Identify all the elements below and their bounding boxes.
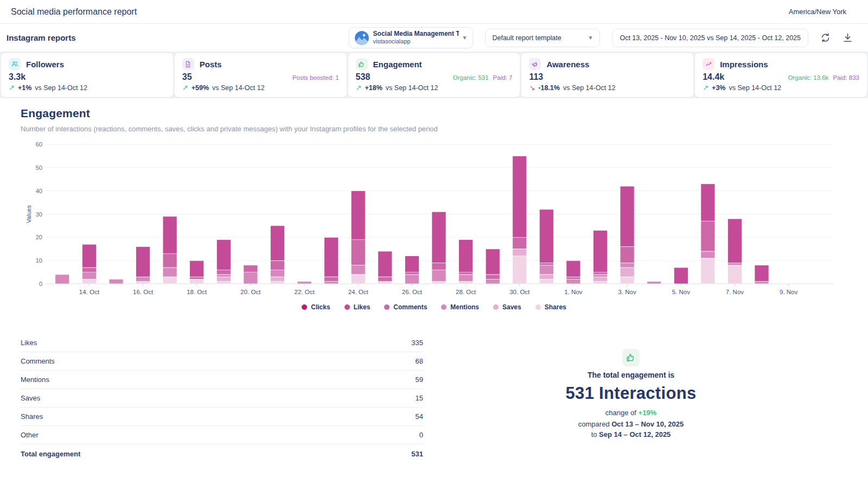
report-toolbar: Instagram reports Social Media Managemen…: [0, 24, 868, 52]
followers-icon: [9, 58, 21, 70]
legend-item-mentions[interactable]: Mentions: [441, 303, 479, 311]
kpi-label: Posts: [200, 60, 222, 69]
svg-text:50: 50: [36, 164, 42, 171]
legend-item-saves[interactable]: Saves: [493, 303, 521, 311]
row-label: Comments: [21, 357, 55, 365]
legend-dot: [441, 304, 446, 310]
svg-text:18. Oct: 18. Oct: [187, 289, 207, 295]
kpi-cards-row: Followers 3.3k ↗ +1% vs Sep 14-Oct 12 Po…: [0, 52, 868, 98]
profile-handle: vistasocialapp: [373, 38, 459, 45]
kpi-value: 14.4k: [703, 72, 724, 82]
kpi-compare: vs Sep 14-Oct 12: [35, 84, 87, 92]
svg-text:10: 10: [36, 257, 42, 264]
kpi-compare: vs Sep 14-Oct 12: [563, 84, 616, 92]
svg-text:0: 0: [39, 281, 42, 287]
legend-label: Shares: [545, 303, 566, 311]
row-value: 68: [416, 357, 423, 365]
legend-item-clicks[interactable]: Clicks: [302, 303, 330, 311]
legend-item-comments[interactable]: Comments: [384, 303, 427, 311]
legend-label: Saves: [502, 303, 521, 311]
kpi-card-impressions: Impressions 14.4k Organic: 13.6k Paid: 8…: [695, 53, 867, 97]
summary-change: change of +19%: [605, 409, 656, 417]
engagement-subtitle: Number of interactions (reactions, comme…: [21, 125, 868, 133]
kpi-card-followers: Followers 3.3k ↗ +1% vs Sep 14-Oct 12: [1, 53, 173, 97]
row-value: 0: [419, 431, 423, 439]
svg-text:20. Oct: 20. Oct: [240, 289, 261, 295]
kpi-change: +18%: [365, 84, 382, 92]
legend-label: Likes: [354, 303, 371, 311]
svg-text:16. Oct: 16. Oct: [133, 289, 154, 295]
legend-dot: [493, 304, 499, 310]
summary-headline: 531 Interactions: [566, 384, 697, 403]
svg-text:22. Oct: 22. Oct: [295, 289, 315, 295]
refresh-button[interactable]: [820, 33, 831, 43]
svg-text:9. Nov: 9. Nov: [780, 289, 797, 295]
trend-up-icon: ↗: [356, 84, 362, 92]
section-title: Instagram reports: [7, 33, 76, 42]
kpi-card-engagement: Engagement 538 Organic: 531 Paid: 7 ↗ +1…: [348, 53, 520, 97]
legend-label: Clicks: [311, 303, 330, 311]
svg-text:28. Oct: 28. Oct: [456, 289, 476, 295]
svg-text:Values: Values: [25, 205, 32, 223]
engagement-section: Engagement Number of interactions (react…: [0, 98, 868, 463]
kpi-label: Impressions: [720, 60, 768, 69]
refresh-icon: [820, 33, 831, 43]
svg-text:30: 30: [36, 211, 42, 218]
organic-badge: Organic: 531: [453, 74, 489, 81]
trend-line-icon: [703, 58, 714, 70]
profile-name: Social Media Management Tool: [373, 30, 459, 38]
svg-text:24. Oct: 24. Oct: [348, 289, 369, 295]
kpi-compare: vs Sep 14-Oct 12: [729, 84, 781, 92]
row-value: 59: [416, 376, 423, 384]
legend-label: Mentions: [450, 303, 479, 311]
trend-up-icon: ↗: [9, 84, 15, 92]
profile-selector[interactable]: Social Media Management Tool vistasocial…: [349, 27, 474, 48]
summary-compare: compared Oct 13 – Nov 10, 2025 to Sep 14…: [578, 419, 684, 440]
download-button[interactable]: [843, 33, 853, 43]
date-range-picker[interactable]: Oct 13, 2025 - Nov 10, 2025 vs Sep 14, 2…: [612, 29, 808, 47]
table-row: Shares 54: [21, 408, 423, 426]
paid-badge: Paid: 833: [833, 74, 859, 81]
report-template-select[interactable]: Default report template ▼: [485, 29, 600, 47]
svg-text:26. Oct: 26. Oct: [402, 289, 423, 295]
organic-badge: Organic: 13.6k: [788, 74, 829, 81]
engagement-title: Engagement: [21, 107, 868, 120]
row-value: 15: [416, 394, 423, 402]
table-row: Mentions 59: [21, 371, 423, 389]
page-title: Social media performance report: [11, 7, 137, 17]
kpi-value: 538: [356, 72, 371, 82]
svg-text:30. Oct: 30. Oct: [509, 289, 530, 295]
thumbs-up-icon: [622, 349, 640, 366]
legend-item-likes[interactable]: Likes: [344, 303, 371, 311]
table-row: Comments 68: [21, 352, 423, 371]
svg-text:1. Nov: 1. Nov: [564, 289, 582, 295]
chart-legend: ClicksLikesCommentsMentionsSavesShares: [0, 303, 868, 311]
row-label: Likes: [21, 339, 37, 347]
kpi-change: +59%: [192, 84, 209, 92]
posts-icon: [182, 58, 194, 70]
posts-boosted-badge: Posts boosted: 1: [292, 74, 339, 81]
svg-text:14. Oct: 14. Oct: [79, 289, 100, 295]
legend-dot: [384, 304, 390, 310]
table-row: Saves 15: [21, 389, 423, 408]
svg-text:40: 40: [36, 188, 42, 194]
row-value: 54: [416, 412, 423, 421]
kpi-change: -18.1%: [538, 84, 560, 92]
row-label: Total engagement: [21, 450, 80, 458]
paid-badge: Paid: 7: [493, 74, 513, 81]
chevron-down-icon: ▼: [462, 35, 468, 41]
row-label: Shares: [21, 412, 43, 421]
row-value: 335: [411, 339, 423, 347]
kpi-label: Awareness: [546, 60, 589, 69]
svg-text:7. Nov: 7. Nov: [726, 289, 744, 295]
profile-avatar: [355, 31, 369, 45]
trend-up-icon: ↗: [703, 84, 709, 92]
kpi-card-posts: Posts 35 Posts boosted: 1 ↗ +59% vs Sep …: [175, 53, 347, 97]
megaphone-icon: [529, 58, 541, 70]
kpi-change: +1%: [18, 84, 31, 92]
row-label: Other: [21, 431, 39, 439]
kpi-label: Engagement: [373, 60, 422, 69]
legend-dot: [535, 304, 541, 310]
legend-item-shares[interactable]: Shares: [535, 303, 566, 311]
kpi-value: 113: [529, 72, 543, 82]
